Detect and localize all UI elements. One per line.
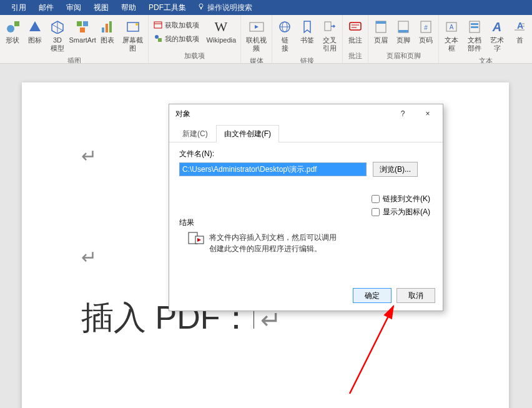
lightbulb-icon — [197, 3, 205, 12]
link-button[interactable]: 链 接 — [275, 16, 295, 55]
pagenum-button[interactable]: # 页码 — [416, 16, 436, 47]
group-label-links: 链接 — [300, 55, 314, 64]
ribbon: 形状 图标 3D 模型 SmartArt 图表 屏幕截图 — [0, 15, 532, 64]
display-as-icon-checkbox[interactable]: 显示为图标(A) — [372, 207, 430, 217]
svg-rect-15 — [154, 22, 162, 28]
close-icon: × — [425, 109, 430, 118]
svg-text:A: A — [450, 24, 454, 31]
icons-icon — [28, 19, 42, 35]
dropcap-icon: A — [513, 19, 526, 35]
cancel-button[interactable]: 取消 — [397, 288, 435, 303]
bookmark-button[interactable]: 书签 — [297, 16, 317, 47]
filename-label: 文件名(N): — [179, 149, 433, 159]
3d-icon — [51, 19, 64, 35]
menu-help[interactable]: 帮助 — [115, 0, 142, 15]
ribbon-group-headerfooter: 页眉 页脚 # 页码 页眉和页脚 — [368, 15, 439, 63]
tell-me-label: 操作说明搜索 — [207, 2, 252, 13]
tell-me-search[interactable]: 操作说明搜索 — [192, 2, 257, 13]
dialog-titlebar[interactable]: 对象 ? × — [169, 104, 443, 123]
filename-input[interactable] — [179, 162, 367, 176]
dropcap-button[interactable]: A 首 — [510, 16, 530, 47]
ribbon-group-links: 链 接 书签 交叉引用 链接 — [272, 15, 343, 63]
wikipedia-icon: W — [214, 19, 229, 35]
svg-text:A: A — [517, 21, 523, 31]
my-addins-button[interactable]: 我的加载项 — [152, 32, 200, 45]
smartart-button[interactable]: SmartArt — [70, 16, 95, 47]
svg-point-2 — [7, 25, 14, 32]
svg-rect-38 — [471, 26, 478, 28]
link-to-file-checkbox[interactable]: 链接到文件(K) — [372, 194, 430, 204]
ok-button[interactable]: 确定 — [353, 288, 392, 303]
ribbon-group-addins: 获取加载项 我的加载项 W Wikipedia 加载项 — [149, 15, 241, 63]
svg-rect-1 — [200, 7, 202, 9]
menu-references[interactable]: 引用 — [5, 0, 32, 15]
screenshot-button[interactable]: 屏幕截图 — [120, 16, 145, 55]
wikipedia-button[interactable]: W Wikipedia — [204, 16, 238, 47]
online-video-button[interactable]: 联机视频 — [244, 16, 269, 55]
svg-rect-10 — [102, 27, 104, 32]
svg-rect-12 — [109, 21, 112, 32]
svg-rect-11 — [106, 24, 108, 32]
smartart-icon — [76, 19, 89, 35]
shapes-button[interactable]: 形状 — [2, 16, 22, 47]
paragraph-mark-icon: ↵ — [81, 145, 97, 167]
svg-rect-9 — [80, 27, 85, 32]
browse-button[interactable]: 浏览(B)... — [373, 162, 418, 177]
group-label-headerfooter: 页眉和页脚 — [387, 50, 421, 63]
dialog-body: 文件名(N): 浏览(B)... 链接到文件(K) 显示为图标(A) 结果 将文… — [169, 142, 443, 283]
tab-create-new[interactable]: 新建(C) — [174, 125, 216, 142]
close-button[interactable]: × — [415, 104, 440, 123]
svg-rect-37 — [471, 23, 478, 25]
ribbon-group-illustrations: 形状 图标 3D 模型 SmartArt 图表 屏幕截图 — [0, 15, 149, 63]
pagenum-icon: # — [420, 19, 432, 35]
3d-models-button[interactable]: 3D 模型 — [47, 16, 67, 55]
menu-pdf-tools[interactable]: PDF工具集 — [142, 0, 192, 15]
screenshot-icon — [126, 19, 140, 35]
group-label-comments: 批注 — [348, 50, 362, 63]
help-button[interactable]: ? — [390, 104, 415, 123]
get-addins-button[interactable]: 获取加载项 — [152, 19, 200, 31]
textbox-button[interactable]: A 文本框 — [441, 16, 461, 55]
shapes-icon — [6, 19, 19, 35]
dialog-title: 对象 — [175, 109, 390, 119]
comment-button[interactable]: 批注 — [345, 16, 365, 47]
result-label: 结果 — [179, 217, 340, 228]
footer-icon — [397, 19, 410, 35]
icons-button[interactable]: 图标 — [25, 16, 45, 47]
chart-button[interactable]: 图表 — [97, 16, 117, 47]
video-icon — [249, 19, 265, 35]
quickparts-button[interactable]: 文档部件 — [464, 16, 485, 55]
dialog-tabs: 新建(C) 由文件创建(F) — [169, 123, 443, 142]
svg-rect-8 — [83, 21, 88, 26]
ribbon-group-comments: 批注 批注 — [343, 15, 368, 63]
quickparts-icon — [468, 19, 481, 35]
svg-rect-29 — [376, 21, 386, 24]
svg-text:#: # — [424, 24, 428, 31]
header-button[interactable]: 页眉 — [371, 16, 391, 47]
ribbon-group-text: A 文本框 文档部件 A 艺术字 A 首 文本 — [439, 15, 532, 63]
group-label-illustrations: 插图 — [67, 55, 81, 64]
object-dialog: 对象 ? × 新建(C) 由文件创建(F) 文件名(N): 浏览(B)... 链… — [169, 104, 443, 311]
tab-create-from-file[interactable]: 由文件创建(F) — [216, 125, 279, 142]
wordart-button[interactable]: A 艺术字 — [487, 16, 507, 55]
svg-rect-24 — [325, 22, 331, 31]
paragraph-mark-icon: ↵ — [81, 246, 97, 268]
comment-icon — [348, 19, 362, 35]
bookmark-icon — [300, 19, 314, 35]
store-icon — [154, 20, 162, 30]
footer-button[interactable]: 页脚 — [393, 16, 413, 47]
menu-view[interactable]: 视图 — [87, 0, 115, 15]
menubar: 引用 邮件 审阅 视图 帮助 PDF工具集 操作说明搜索 — [0, 0, 532, 15]
svg-text:A: A — [492, 20, 501, 34]
svg-text:W: W — [215, 20, 228, 34]
menu-review[interactable]: 审阅 — [60, 0, 87, 15]
group-label-media: 媒体 — [250, 55, 264, 64]
menu-mail[interactable]: 邮件 — [32, 0, 60, 15]
svg-rect-17 — [158, 38, 162, 42]
group-label-addins: 加载项 — [184, 50, 205, 63]
crossref-button[interactable]: 交叉引用 — [320, 16, 340, 55]
link-icon — [278, 19, 292, 35]
group-label-text: 文本 — [479, 55, 493, 64]
crossref-icon — [323, 19, 337, 35]
header-icon — [375, 19, 387, 35]
